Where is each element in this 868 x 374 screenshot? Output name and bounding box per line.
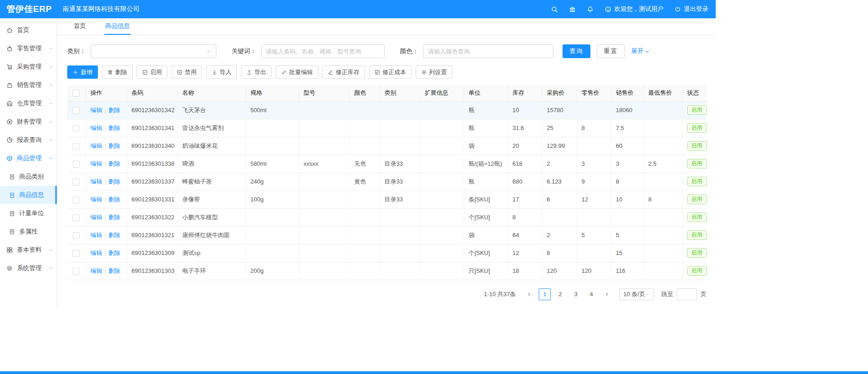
edit-link[interactable]: 编辑 <box>91 107 102 114</box>
delete-link[interactable]: 删除 <box>108 249 120 256</box>
sidebar-item-home[interactable]: 首页 <box>0 21 57 39</box>
stock-cell: 17 <box>508 190 542 208</box>
sidebar-item-warehouse[interactable]: 仓库管理 <box>0 94 57 113</box>
edit-link[interactable]: 编辑 <box>91 178 102 185</box>
edit-link[interactable]: 编辑 <box>91 160 102 167</box>
page-button-3[interactable]: 3 <box>570 288 582 300</box>
keyword-input[interactable] <box>261 44 385 58</box>
column-header: 型号 <box>299 85 349 101</box>
edit-link[interactable]: 编辑 <box>91 196 102 203</box>
row-checkbox[interactable] <box>73 161 80 168</box>
search-button[interactable]: 查询 <box>563 44 590 58</box>
ext-info-cell <box>420 244 464 262</box>
category-select[interactable] <box>91 44 216 58</box>
fix-cost-button[interactable]: 修正成本 <box>369 65 412 79</box>
sidebar-item-basic[interactable]: 基本资料 <box>0 241 57 259</box>
actions-cell: 编辑|删除 <box>86 244 127 262</box>
enable-button[interactable]: 启用 <box>137 65 167 79</box>
search-icon[interactable] <box>551 6 558 13</box>
add-button[interactable]: 新增 <box>67 65 98 79</box>
page-size-select[interactable]: 10 条/页 <box>619 288 654 300</box>
table-row: 编辑|删除 6901236301303 电子手环 200g 只[SKU] 18 … <box>67 262 707 280</box>
chevron-down-icon <box>645 49 650 54</box>
product-table: 操作条码名称规格型号颜色类别扩展信息单位库存采购价零售价销售价最低售价状态 编辑… <box>67 85 707 280</box>
row-checkbox[interactable] <box>73 179 80 185</box>
import-button[interactable]: 导入 <box>206 65 237 79</box>
delete-link[interactable]: 删除 <box>108 160 120 167</box>
sidebar-item-report[interactable]: 报表查询 <box>0 131 57 149</box>
row-checkbox[interactable] <box>73 125 80 132</box>
page-button-2[interactable]: 2 <box>554 288 566 300</box>
delete-button[interactable]: 删除 <box>102 65 133 79</box>
edit-link[interactable]: 编辑 <box>91 232 102 238</box>
batch-edit-button[interactable]: 批量编辑 <box>276 65 318 79</box>
bell-icon[interactable] <box>587 6 594 13</box>
column-settings-button[interactable]: 列设置 <box>416 65 452 79</box>
unit-cell: 瓶 <box>464 119 508 137</box>
spec-cell: 240g <box>246 173 299 190</box>
status-cell: 启用 <box>682 244 707 262</box>
sidebar-item-label: 采购管理 <box>17 63 48 71</box>
delete-link[interactable]: 删除 <box>108 214 120 221</box>
bank-icon[interactable] <box>569 6 576 13</box>
row-checkbox[interactable] <box>73 250 80 257</box>
delete-link[interactable]: 删除 <box>108 107 120 114</box>
content-area: 类别： 关键词： 颜色： 查询 <box>57 35 707 319</box>
delete-link[interactable]: 删除 <box>108 267 120 274</box>
delete-link[interactable]: 删除 <box>108 196 120 203</box>
select-all-checkbox[interactable] <box>73 90 80 97</box>
sale-price-cell: 15 <box>611 244 643 262</box>
row-checkbox[interactable] <box>73 143 80 150</box>
edit-link[interactable]: 编辑 <box>91 214 102 221</box>
sidebar-subitem-label: 计量单位 <box>19 209 53 217</box>
color-input[interactable] <box>423 44 553 58</box>
delete-link[interactable]: 删除 <box>108 125 120 131</box>
sidebar-subitem-product-info[interactable]: 商品信息 <box>0 186 57 204</box>
sidebar-item-sales[interactable]: 销售管理 <box>0 76 57 94</box>
delete-link[interactable]: 删除 <box>108 142 120 149</box>
disable-button[interactable]: 禁用 <box>171 65 202 79</box>
row-checkbox[interactable] <box>73 232 80 239</box>
link-divider: | <box>105 160 106 167</box>
sidebar-subitem-unit[interactable]: 计量单位 <box>0 204 57 222</box>
sidebar-item-product[interactable]: 商品管理 <box>0 149 57 168</box>
sale-price-cell: 3 <box>611 155 643 173</box>
reset-button[interactable]: 重置 <box>597 44 625 58</box>
button-label: 启用 <box>150 68 162 76</box>
sidebar-item-retail[interactable]: 零售管理 <box>0 39 57 58</box>
sidebar-item-system[interactable]: 系统管理 <box>0 259 57 277</box>
tab-product-info[interactable]: 商品信息 <box>104 18 131 35</box>
status-badge: 启用 <box>687 266 707 275</box>
sidebar-item-finance[interactable]: 财务管理 <box>0 113 57 131</box>
delete-link[interactable]: 删除 <box>108 178 120 185</box>
link-divider: | <box>105 232 106 238</box>
expand-link[interactable]: 展开 <box>631 47 650 55</box>
row-checkbox[interactable] <box>73 196 80 203</box>
edit-link[interactable]: 编辑 <box>91 249 102 256</box>
edit-link[interactable]: 编辑 <box>91 267 102 274</box>
edit-link[interactable]: 编辑 <box>91 125 102 131</box>
export-button[interactable]: 导出 <box>241 65 272 79</box>
color-label: 颜色： <box>400 47 419 55</box>
status-cell: 启用 <box>682 262 707 280</box>
row-checkbox[interactable] <box>73 214 80 221</box>
tab-home[interactable]: 首页 <box>73 18 87 35</box>
actions-cell: 编辑|删除 <box>86 208 127 226</box>
sidebar-item-purchase[interactable]: 采购管理 <box>0 58 57 76</box>
sidebar-subitem-attributes[interactable]: 多属性 <box>0 222 57 241</box>
row-checkbox[interactable] <box>73 107 80 114</box>
fix-stock-button[interactable]: 修正库存 <box>322 65 365 79</box>
delete-link[interactable]: 删除 <box>108 232 120 238</box>
edit-link[interactable]: 编辑 <box>91 142 102 149</box>
page-button-4[interactable]: 4 <box>585 288 597 300</box>
row-checkbox[interactable] <box>73 268 80 275</box>
prev-page-button[interactable] <box>523 288 535 300</box>
jump-input[interactable] <box>677 288 697 300</box>
user-menu[interactable]: 欢迎您，测试用户 <box>605 5 664 13</box>
page-button-1[interactable]: 1 <box>539 288 551 300</box>
sidebar-subitem-product-category[interactable]: 商品类别 <box>0 168 57 186</box>
stock-cell: 64 <box>508 226 542 244</box>
status-badge: 启用 <box>687 212 707 222</box>
logout-button[interactable]: 退出登录 <box>675 5 708 13</box>
next-page-button[interactable] <box>601 288 613 300</box>
